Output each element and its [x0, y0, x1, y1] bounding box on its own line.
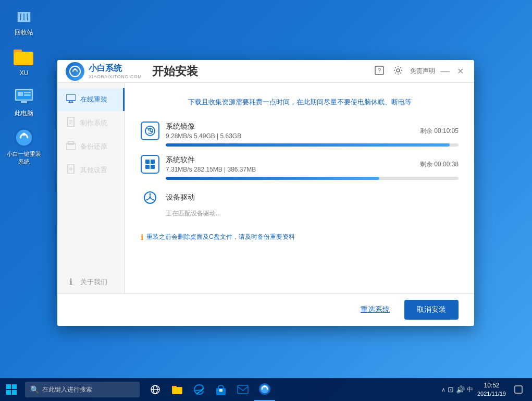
svg-rect-40 [145, 165, 150, 169]
system-tray[interactable]: ∧ ⊡ 🔊 中 [441, 385, 473, 394]
window-controls: ? 免责声明 — ✕ [373, 64, 466, 79]
window-logo: 小白系统 XIAOBAIXITONG.COM [66, 62, 142, 81]
xu-label: XU [20, 69, 29, 77]
svg-point-45 [146, 199, 148, 201]
mail-btn[interactable] [232, 378, 253, 401]
driver-name: 设备驱动 [166, 193, 195, 202]
svg-point-24 [397, 69, 400, 72]
file-explorer-btn[interactable] [167, 378, 188, 401]
warning-icon: ℹ [141, 233, 143, 241]
warning-bar: ℹ 重装之前会删除桌面及C盘文件，请及时备份重要资料 [141, 228, 459, 246]
sidebar: 在线重装 制作系统 备份还原 [57, 83, 125, 293]
clock-time: 10:52 [477, 381, 506, 390]
start-button[interactable] [0, 378, 23, 401]
desktop-icons: 回收站 XU [5, 5, 43, 166]
svg-rect-56 [172, 387, 182, 394]
window-body: 在线重装 制作系统 备份还原 [57, 83, 474, 293]
logo-url: XIAOBAIXITONG.COM [89, 74, 142, 79]
logo-icon [66, 62, 84, 81]
svg-point-21 [74, 68, 76, 70]
warning-text: 重装之前会删除桌面及C盘文件，请及时备份重要资料 [146, 233, 295, 241]
about-us-icon: ℹ [66, 277, 76, 287]
download-software-detail: 7.31MB/s 282.15MB | 386.37MB [166, 166, 410, 173]
download-image-progress-fill [166, 143, 450, 147]
store-btn[interactable] [211, 378, 231, 401]
taskbar: 🔍 在此键入进行搜索 [0, 378, 532, 401]
thispc-icon [14, 86, 34, 107]
tray-language[interactable]: 中 [467, 385, 473, 394]
sidebar-item-about[interactable]: ℹ 关于我们 [57, 271, 125, 293]
sidebar-label-online: 在线重装 [80, 95, 107, 104]
sidebar-item-make-system[interactable]: 制作系统 [57, 111, 125, 135]
svg-rect-48 [12, 384, 17, 389]
xiaobai-label: 小白一键重装系统 [7, 150, 41, 166]
disclaimer-btn[interactable]: 免责声明 [410, 67, 435, 76]
download-software-name: 系统软件 [166, 155, 410, 165]
window-titlebar: 小白系统 XIAOBAIXITONG.COM 开始安装 ? 免责声明 — ✕ [57, 60, 474, 83]
svg-rect-47 [6, 384, 11, 389]
svg-rect-1 [16, 10, 32, 12]
download-image-info: 系统镜像 9.28MB/s 5.49GB | 5.63GB [166, 122, 410, 140]
tray-action-center[interactable]: ⊡ [448, 385, 454, 394]
close-btn[interactable]: ✕ [455, 66, 466, 76]
driver-icon [141, 188, 159, 207]
svg-rect-58 [219, 389, 222, 392]
make-system-icon [66, 117, 76, 129]
logo-name: 小白系统 [89, 63, 142, 74]
svg-point-18 [16, 130, 32, 145]
recycle-bin-icon [14, 5, 34, 26]
download-software-info: 系统软件 7.31MB/s 282.15MB | 386.37MB [166, 155, 410, 173]
reselect-btn[interactable]: 重选系统 [352, 301, 398, 319]
download-image-progress-bg [166, 143, 459, 147]
svg-rect-11 [21, 101, 27, 103]
download-software-time: 剩余 00:00:38 [420, 160, 459, 169]
notification-btn[interactable] [510, 378, 527, 401]
svg-point-19 [22, 132, 26, 136]
download-software-progress-bg [166, 177, 459, 180]
svg-point-36 [70, 168, 72, 170]
desktop-icon-xu[interactable]: XU [5, 46, 43, 77]
svg-rect-34 [68, 141, 73, 144]
task-view-btn[interactable] [145, 378, 166, 401]
sidebar-label-other: 其他设置 [80, 165, 107, 175]
svg-rect-35 [68, 164, 74, 174]
cancel-btn[interactable]: 取消安装 [404, 300, 459, 320]
svg-point-44 [150, 193, 151, 195]
driver-item-header: 设备驱动 [141, 188, 459, 207]
download-item-image: 系统镜像 9.28MB/s 5.49GB | 5.63GB 剩余 00:10:0… [141, 121, 459, 147]
download-image-name: 系统镜像 [166, 122, 410, 131]
main-content: 下载且收集资源需要耗费一点时间，在此期间尽量不要使电脑休眠、断电等 [125, 83, 474, 293]
sidebar-item-online-reinstall[interactable]: 在线重装 [57, 88, 125, 111]
svg-rect-38 [145, 160, 150, 164]
sidebar-item-backup[interactable]: 备份还原 [57, 135, 125, 158]
taskbar-clock[interactable]: 10:52 2021/11/19 [477, 381, 506, 398]
svg-text:?: ? [378, 67, 381, 74]
xiaobai-icon [14, 127, 34, 148]
taskbar-search[interactable]: 🔍 在此键入进行搜索 [25, 382, 140, 397]
tray-expand[interactable]: ∧ [441, 386, 446, 393]
svg-point-43 [149, 197, 151, 199]
settings-icon[interactable] [391, 64, 405, 79]
svg-point-46 [153, 199, 154, 201]
svg-rect-41 [151, 165, 155, 169]
minimize-btn[interactable]: — [440, 66, 450, 77]
desktop-icon-xiaobai[interactable]: 小白一键重装系统 [5, 127, 43, 166]
sidebar-item-settings[interactable]: 其他设置 [57, 158, 125, 182]
desktop-icon-thispc[interactable]: 此电脑 [5, 86, 43, 118]
desktop-icon-recycle[interactable]: 回收站 [5, 5, 43, 37]
help-icon[interactable]: ? [373, 64, 386, 79]
svg-rect-49 [6, 390, 11, 395]
driver-status: 正在匹配设备驱动... [166, 209, 459, 218]
download-image-detail: 9.28MB/s 5.49GB | 5.63GB [166, 132, 410, 140]
tray-volume[interactable]: 🔊 [456, 385, 465, 394]
xiaobai-taskbar-btn[interactable] [254, 378, 275, 401]
driver-item: 设备驱动 正在匹配设备驱动... [141, 188, 459, 218]
other-settings-icon [66, 164, 76, 176]
svg-rect-16 [24, 94, 31, 96]
backup-icon [66, 141, 76, 152]
edge-btn[interactable] [189, 378, 209, 401]
taskbar-search-text: 在此键入进行搜索 [42, 385, 92, 394]
svg-rect-25 [66, 94, 76, 101]
svg-rect-14 [18, 92, 23, 96]
clock-date: 2021/11/19 [477, 390, 506, 398]
